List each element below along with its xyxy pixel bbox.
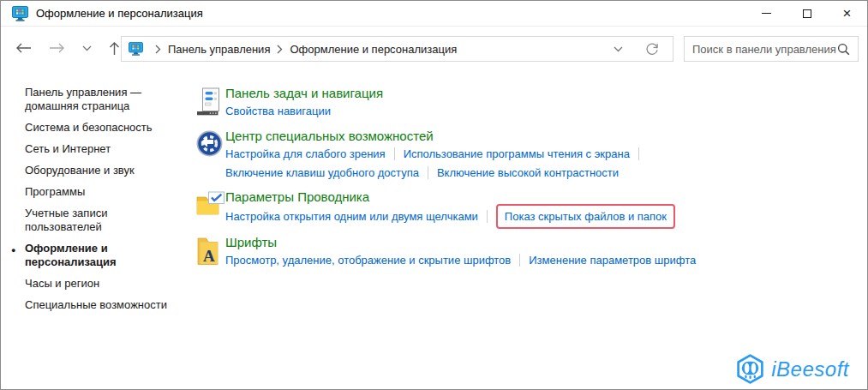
section-links: Настройка для слабого зренияИспользовани…	[225, 147, 722, 180]
content-sections: Панель задач и навигацияСвойства навигац…	[196, 69, 867, 389]
sidebar-item-label: Оформление и персонализация	[25, 242, 117, 268]
sidebar-item-label: Учетные записи пользователей	[25, 207, 107, 233]
sidebar-item-label: Программы	[25, 185, 85, 198]
breadcrumb-item[interactable]: Панель управления	[167, 41, 271, 57]
maximize-button[interactable]	[787, 1, 827, 26]
sidebar-item-label: Часы и регион	[25, 277, 99, 290]
link-separator	[394, 147, 395, 160]
control-panel-icon	[12, 6, 28, 21]
fonts-icon: A	[196, 235, 225, 268]
refresh-button[interactable]	[645, 42, 659, 56]
close-button[interactable]: ×	[827, 1, 867, 26]
sidebar-item[interactable]: Панель управления — домашняя страница	[25, 86, 177, 113]
sidebar-item[interactable]: Сеть и Интернет	[25, 142, 177, 156]
sidebar-item[interactable]: Часы и регион	[25, 277, 177, 291]
sidebar-item[interactable]: Оборудование и звук	[25, 164, 177, 177]
task-link[interactable]: Настройка открытия одним или двумя щелчк…	[225, 209, 478, 224]
task-link[interactable]: Включение высокой контрастности	[437, 165, 619, 180]
svg-text:A: A	[203, 247, 215, 265]
task-link[interactable]: Просмотр, удаление, отображение и скрыти…	[225, 253, 511, 267]
ease-of-access-icon	[196, 129, 225, 180]
category-section: Параметры ПроводникаНастройка открытия о…	[196, 189, 867, 225]
address-bar-buttons	[614, 42, 659, 56]
task-link-highlighted[interactable]: Показ скрытых файлов и папок	[496, 204, 675, 229]
task-link[interactable]: Изменение параметров шрифта	[529, 253, 696, 267]
breadcrumb-control-panel-icon[interactable]	[129, 42, 143, 56]
maximize-icon	[803, 9, 811, 18]
sidebar-item[interactable]: Учетные записи пользователей	[25, 207, 177, 234]
section-title[interactable]: Шрифты	[225, 235, 867, 249]
search-box	[684, 36, 859, 62]
link-separator	[519, 254, 520, 267]
minimize-icon	[762, 13, 771, 14]
breadcrumb: Панель управленияОформление и персонализ…	[149, 41, 458, 57]
link-separator	[487, 210, 488, 223]
section-links: Свойства навигации	[225, 104, 722, 118]
minimize-button[interactable]	[746, 1, 787, 26]
sidebar-item[interactable]: Специальные возможности	[25, 298, 177, 312]
window-controls: ×	[746, 1, 867, 26]
close-icon: ×	[843, 6, 852, 21]
category-section: Панель задач и навигацияСвойства навигац…	[196, 86, 867, 119]
task-link[interactable]: Свойства навигации	[225, 104, 331, 118]
sidebar: Панель управления — домашняя страницаСис…	[1, 69, 196, 389]
navigation-bar: Панель управленияОформление и персонализ…	[1, 27, 867, 69]
sidebar-item[interactable]: Программы	[25, 185, 177, 199]
chevron-right-icon	[277, 45, 283, 54]
back-button[interactable]	[15, 43, 32, 53]
link-separator	[638, 147, 639, 160]
sidebar-item-label: Панель управления — домашняя страница	[25, 86, 141, 112]
address-bar[interactable]: Панель управленияОформление и персонализ…	[121, 36, 673, 62]
sidebar-item-active[interactable]: ●Оформление и персонализация	[25, 242, 177, 269]
address-dropdown-button[interactable]	[614, 46, 623, 52]
category-section: AШрифтыПросмотр, удаление, отображение и…	[196, 235, 867, 268]
title-bar: Оформление и персонализация ×	[1, 1, 867, 27]
recent-pages-button[interactable]	[82, 45, 92, 51]
section-links: Просмотр, удаление, отображение и скрыти…	[225, 253, 722, 267]
sidebar-item[interactable]: Система и безопасность	[25, 121, 177, 135]
task-link[interactable]: Использование программы чтения с экрана	[404, 147, 630, 161]
search-input[interactable]	[685, 43, 837, 56]
chevron-right-icon	[155, 45, 161, 54]
sidebar-item-label: Система и безопасность	[25, 121, 153, 134]
sidebar-item-label: Специальные возможности	[25, 298, 167, 311]
section-links: Настройка открытия одним или двумя щелчк…	[225, 207, 722, 225]
forward-button[interactable]	[49, 43, 65, 53]
section-title[interactable]: Центр специальных возможностей	[225, 129, 867, 143]
section-title[interactable]: Параметры Проводника	[225, 189, 867, 204]
nav-arrows	[15, 27, 120, 69]
taskbar-navigation-icon	[196, 86, 225, 119]
up-button[interactable]	[109, 41, 120, 56]
window-title: Оформление и персонализация	[36, 7, 203, 20]
search-icon[interactable]	[837, 43, 850, 56]
link-separator	[428, 166, 428, 179]
watermark-text: iBeesoft	[771, 357, 849, 381]
window-body: Панель управления — домашняя страницаСис…	[1, 69, 867, 389]
task-link[interactable]: Настройка для слабого зрения	[225, 147, 386, 161]
watermark: iBeesoft	[734, 353, 849, 385]
breadcrumb-item[interactable]: Оформление и персонализация	[289, 41, 458, 57]
control-panel-window: Оформление и персонализация ×	[0, 0, 868, 390]
sidebar-item-label: Сеть и Интернет	[25, 142, 111, 155]
ibeesoft-logo-icon	[734, 353, 766, 385]
active-bullet-icon: ●	[11, 243, 15, 257]
folder-options-icon	[196, 189, 225, 225]
task-link[interactable]: Включение клавиш удобного доступа	[225, 165, 419, 180]
section-title[interactable]: Панель задач и навигация	[225, 86, 867, 100]
sidebar-item-label: Оборудование и звук	[25, 164, 135, 177]
category-section: Центр специальных возможностейНастройка …	[196, 129, 867, 180]
